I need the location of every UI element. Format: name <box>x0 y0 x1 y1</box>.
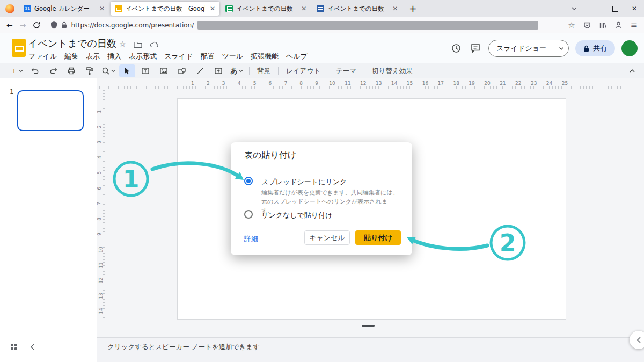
window-minimize-button[interactable]: — <box>586 0 605 17</box>
new-tab-button[interactable]: + <box>404 3 422 14</box>
menu-tools[interactable]: ツール <box>218 50 247 62</box>
print-icon[interactable] <box>63 64 79 77</box>
tab-close-icon[interactable]: ✕ <box>210 5 215 12</box>
comments-icon[interactable] <box>469 42 482 55</box>
star-icon[interactable]: ☆ <box>119 40 126 48</box>
ruler-number: 6 <box>269 81 272 86</box>
menu-file[interactable]: ファイル <box>25 50 61 62</box>
shield-icon[interactable] <box>50 21 57 29</box>
radio-paste-unlinked[interactable] <box>244 210 253 219</box>
transition-button[interactable]: 切り替え効果 <box>368 67 417 76</box>
cancel-button[interactable]: キャンセル <box>304 230 350 245</box>
library-icon[interactable] <box>599 21 606 29</box>
side-panel-toggle-button[interactable] <box>630 331 644 349</box>
avatar[interactable] <box>621 40 638 56</box>
insert-line-icon[interactable] <box>192 64 208 77</box>
ruler-number: 25 <box>562 81 568 86</box>
slide-number: 1 <box>10 88 14 96</box>
paint-format-icon[interactable] <box>82 64 98 77</box>
redacted-url-region <box>197 21 538 30</box>
ruler-number: 17 <box>438 81 444 86</box>
slideshow-dropdown-icon[interactable] <box>554 40 568 56</box>
insert-placeholder-icon[interactable] <box>210 64 226 77</box>
layout-button[interactable]: レイアウト <box>282 67 325 76</box>
option-unlinked-label[interactable]: リンクなしで貼り付け <box>261 211 332 220</box>
paste-button[interactable]: 貼り付け <box>355 230 401 245</box>
pocket-icon[interactable] <box>583 21 591 29</box>
menu-hamburger-icon[interactable]: ≡ <box>631 20 638 30</box>
new-slide-button[interactable]: ＋ <box>9 64 25 77</box>
tab-close-icon[interactable]: ✕ <box>301 5 306 12</box>
ruler-number: 9 <box>315 81 318 86</box>
ruler-number: 1 <box>191 81 194 86</box>
zoom-tool-icon[interactable] <box>100 64 117 77</box>
menu-edit[interactable]: 編集 <box>61 50 82 62</box>
back-button[interactable]: ← <box>6 21 13 30</box>
tab-close-icon[interactable]: ✕ <box>392 5 398 12</box>
cloud-status-icon[interactable] <box>150 41 159 48</box>
theme-button[interactable]: テーマ <box>332 67 361 76</box>
menu-arrange[interactable]: 配置 <box>196 50 218 62</box>
tab-title: イベントまでの日数 - プロジェクトの <box>327 5 387 13</box>
slideshow-button-group: スライドショー <box>488 40 569 57</box>
text-box-icon[interactable] <box>137 64 153 77</box>
collapse-toolbar-icon[interactable] <box>629 69 635 73</box>
menu-view[interactable]: 表示 <box>82 50 104 62</box>
menu-slide[interactable]: スライド <box>160 50 196 62</box>
slides-logo-icon[interactable] <box>12 39 26 57</box>
insert-shape-icon[interactable] <box>174 64 190 77</box>
folder-move-icon[interactable] <box>134 41 142 48</box>
radio-link-to-spreadsheet[interactable] <box>244 177 253 185</box>
grid-view-icon[interactable] <box>10 343 18 351</box>
ruler-number: 7 <box>284 81 287 86</box>
menu-format[interactable]: 表示形式 <box>125 50 160 62</box>
version-history-icon[interactable] <box>450 42 463 55</box>
browser-tab-project[interactable]: イベントまでの日数 - プロジェクトの ✕ <box>312 2 402 16</box>
reload-button[interactable] <box>33 21 40 29</box>
lock-icon[interactable] <box>61 21 67 28</box>
slideshow-button[interactable]: スライドショー <box>489 40 554 56</box>
details-link[interactable]: 詳細 <box>244 234 258 244</box>
share-button[interactable]: 共有 <box>575 40 615 56</box>
firefox-logo-icon <box>5 4 14 13</box>
forward-button[interactable]: → <box>20 21 26 30</box>
ruler-number: 19 <box>469 81 474 86</box>
browser-tab-slides-active[interactable]: イベントまでの日数 - Google スライ ✕ <box>111 2 219 16</box>
ruler-v-numbers: 1234567891011121314 <box>97 90 105 331</box>
browser-tab-sheets[interactable]: イベントまでの日数 - Google スプレ ✕ <box>221 2 311 16</box>
menu-help[interactable]: ヘルプ <box>282 50 311 62</box>
menu-insert[interactable]: 挿入 <box>104 50 125 62</box>
undo-button[interactable] <box>27 64 43 77</box>
tab-list-dropdown-icon[interactable] <box>566 6 583 11</box>
browser-tab-calendar[interactable]: Google カレンダー - 2023年 6月 2 ✕ <box>19 2 109 16</box>
collapse-filmstrip-icon[interactable] <box>30 343 35 351</box>
account-icon[interactable] <box>614 21 623 29</box>
menu-extensions[interactable]: 拡張機能 <box>247 50 282 62</box>
paste-table-dialog: 表の貼り付け スプレッドシートにリンク 編集者だけが表を更新できます。共同編集者… <box>231 142 412 255</box>
notes-resize-handle[interactable] <box>362 325 375 327</box>
option-link-label[interactable]: スプレッドシートにリンク <box>261 177 347 187</box>
document-title[interactable]: イベントまでの日数 <box>28 37 116 50</box>
tab-close-icon[interactable]: ✕ <box>99 5 105 12</box>
ruler-number: 16 <box>422 81 428 86</box>
ruler-number: 10 <box>98 247 104 252</box>
dialog-title: 表の貼り付け <box>244 150 296 161</box>
speaker-notes-area[interactable]: クリックするとスピーカー ノートを追加できます <box>97 337 644 362</box>
tab-title: Google カレンダー - 2023年 6月 2 <box>34 5 94 13</box>
ruler-number: 4 <box>238 81 241 86</box>
ruler-number: 11 <box>98 262 104 268</box>
window-close-button[interactable]: ✕ <box>625 0 644 17</box>
window-maximize-button[interactable] <box>605 0 625 17</box>
ruler-number: 1 <box>97 110 102 113</box>
ruler-number: 9 <box>97 233 102 236</box>
bookmark-star-icon[interactable]: ☆ <box>568 20 575 30</box>
ruler-number: 4 <box>97 156 102 160</box>
insert-image-icon[interactable] <box>156 64 172 77</box>
select-tool-icon[interactable] <box>119 64 135 77</box>
address-bar[interactable]: https://docs.google.com/presentation/ <box>50 21 561 30</box>
word-art-button[interactable]: あ <box>229 64 245 77</box>
background-button[interactable]: 背景 <box>253 67 275 76</box>
redo-button[interactable] <box>45 64 61 77</box>
project-icon <box>317 5 324 12</box>
slide-thumbnail[interactable] <box>17 90 84 131</box>
